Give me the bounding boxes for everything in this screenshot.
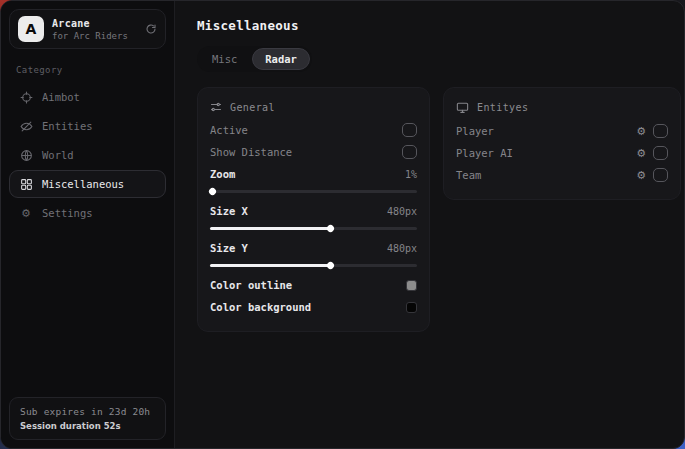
setting-row-color-background: Color background: [210, 296, 417, 318]
app-subtitle: for Arc Riders: [52, 31, 137, 41]
setting-label: Active: [210, 124, 248, 136]
entity-controls: ⚙: [636, 146, 668, 160]
tab-misc[interactable]: Misc: [199, 48, 250, 70]
sidebar-item-aimbot[interactable]: Aimbot: [9, 83, 166, 111]
gear-icon[interactable]: ⚙: [636, 170, 646, 181]
slider-fill: [210, 264, 330, 267]
sidebar: A Arcane for Arc Riders Category Aimbot: [1, 1, 175, 448]
app-title: Arcane: [52, 18, 137, 29]
entities-card-title: Entityes: [477, 102, 528, 113]
globe-icon: [19, 149, 33, 162]
monitor-icon: [456, 101, 469, 114]
size-x-slider[interactable]: [210, 224, 417, 233]
entity-label: Player AI: [456, 147, 513, 159]
color-background-swatch[interactable]: [406, 302, 417, 313]
tab-bar: Misc Radar: [197, 46, 312, 72]
slider-track: [210, 190, 417, 193]
grid-icon: [19, 178, 33, 191]
tab-radar[interactable]: Radar: [252, 48, 310, 70]
crosshair-icon: [19, 91, 33, 104]
entities-card: Entityes Player ⚙ Player AI ⚙: [443, 87, 681, 200]
brand-text: Arcane for Arc Riders: [52, 18, 137, 41]
slider-thumb[interactable]: [208, 186, 218, 196]
refresh-icon[interactable]: [145, 23, 157, 35]
sidebar-item-label: Entities: [42, 120, 93, 132]
setting-row-size-y: Size Y 480px: [210, 237, 417, 259]
subscription-status: Sub expires in 23d 20h Session duration …: [9, 397, 166, 440]
player-ai-checkbox[interactable]: [653, 146, 668, 160]
sliders-icon: [210, 101, 222, 113]
gear-icon[interactable]: ⚙: [636, 126, 646, 137]
general-card-title: General: [230, 102, 275, 113]
session-duration-text: Session duration 52s: [20, 421, 155, 431]
entity-label: Team: [456, 169, 481, 181]
gear-icon[interactable]: ⚙: [636, 148, 646, 159]
entity-row-player: Player ⚙: [456, 120, 668, 142]
size-y-value: 480px: [387, 243, 417, 254]
entity-row-team: Team ⚙: [456, 164, 668, 186]
sidebar-item-label: Miscellaneous: [42, 178, 124, 190]
sidebar-item-label: Aimbot: [42, 91, 80, 103]
entities-icon: [19, 120, 33, 133]
app-logo: A: [18, 16, 44, 42]
slider-fill: [210, 227, 330, 230]
player-checkbox[interactable]: [653, 124, 668, 138]
setting-label: Size Y: [210, 242, 248, 254]
setting-row-size-x: Size X 480px: [210, 200, 417, 222]
zoom-slider[interactable]: [210, 187, 417, 196]
color-outline-swatch[interactable]: [406, 280, 417, 291]
sidebar-item-label: Settings: [42, 207, 93, 219]
category-label: Category: [16, 65, 166, 75]
entity-row-player-ai: Player AI ⚙: [456, 142, 668, 164]
gear-icon: ⚙: [19, 208, 33, 219]
entity-label: Player: [456, 125, 494, 137]
show-distance-checkbox[interactable]: [402, 145, 417, 159]
active-checkbox[interactable]: [402, 123, 417, 137]
entity-controls: ⚙: [636, 124, 668, 138]
entities-card-header: Entityes: [456, 101, 668, 114]
sidebar-nav: Aimbot Entities World: [9, 83, 166, 227]
setting-row-zoom: Zoom 1%: [210, 163, 417, 185]
sidebar-item-miscellaneous[interactable]: Miscellaneous: [9, 170, 166, 198]
page-title: Miscellaneous: [197, 18, 681, 33]
entity-controls: ⚙: [636, 168, 668, 182]
sidebar-item-settings[interactable]: ⚙ Settings: [9, 199, 166, 227]
team-checkbox[interactable]: [653, 168, 668, 182]
cards-row: General Active Show Distance Zoom 1%: [197, 87, 681, 332]
slider-thumb[interactable]: [326, 260, 336, 270]
zoom-value: 1%: [405, 169, 417, 180]
sidebar-item-world[interactable]: World: [9, 141, 166, 169]
app-window: A Arcane for Arc Riders Category Aimbot: [0, 0, 685, 449]
size-x-value: 480px: [387, 206, 417, 217]
setting-label: Size X: [210, 205, 248, 217]
setting-row-active: Active: [210, 119, 417, 141]
size-y-slider[interactable]: [210, 261, 417, 270]
setting-label: Color outline: [210, 279, 292, 291]
general-card-header: General: [210, 101, 417, 113]
sub-expiry-text: Sub expires in 23d 20h: [20, 406, 155, 417]
setting-label: Zoom: [210, 168, 235, 180]
main-content: Miscellaneous Misc Radar General Active: [175, 1, 685, 448]
setting-label: Show Distance: [210, 146, 292, 158]
general-card: General Active Show Distance Zoom 1%: [197, 87, 430, 332]
setting-row-color-outline: Color outline: [210, 274, 417, 296]
sidebar-item-entities[interactable]: Entities: [9, 112, 166, 140]
slider-thumb[interactable]: [326, 223, 336, 233]
setting-row-show-distance: Show Distance: [210, 141, 417, 163]
sidebar-item-label: World: [42, 149, 74, 161]
brand-card: A Arcane for Arc Riders: [9, 9, 166, 49]
setting-label: Color background: [210, 301, 311, 313]
